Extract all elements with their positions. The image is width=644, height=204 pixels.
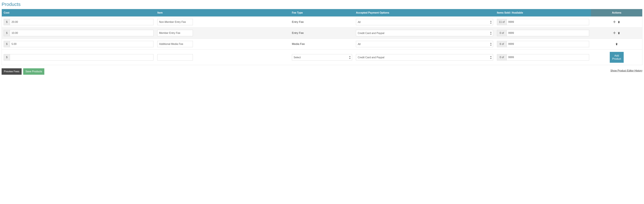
currency-symbol: $ [4, 54, 10, 61]
feetype-text: Media Fee [290, 39, 354, 50]
currency-symbol: $ [4, 19, 10, 25]
trash-icon[interactable] [617, 20, 621, 24]
available-input[interactable] [506, 41, 589, 47]
table-row: $Media FeeAllCredit Card and Paypal▴▾6 o… [2, 39, 642, 50]
cost-input[interactable] [10, 41, 154, 47]
cost-input[interactable] [10, 19, 154, 25]
trash-icon[interactable] [615, 42, 618, 46]
move-icon[interactable] [613, 31, 616, 35]
move-icon[interactable] [613, 20, 616, 24]
save-products-button[interactable]: Save Products [23, 68, 44, 75]
col-item: Item [156, 9, 290, 17]
products-table: Cost Item Fee Type Accepted Payment Opti… [2, 9, 642, 65]
item-input[interactable] [157, 30, 193, 36]
feetype-text: Entry Fee [290, 17, 354, 28]
cost-input[interactable] [10, 30, 154, 36]
payment-select[interactable]: AllCredit Card and Paypal [356, 30, 493, 36]
item-input[interactable] [157, 41, 193, 47]
add-product-button[interactable]: AddProduct [610, 52, 624, 63]
currency-symbol: $ [4, 30, 10, 36]
col-sold: Items Sold / Available [495, 9, 591, 17]
available-input[interactable] [506, 19, 589, 25]
currency-symbol: $ [4, 41, 10, 47]
history-link[interactable]: Show Product Editor History [610, 69, 642, 72]
available-input[interactable] [506, 54, 589, 61]
col-feetype: Fee Type [290, 9, 354, 17]
cost-input[interactable] [10, 54, 154, 61]
payment-select[interactable]: AllCredit Card and Paypal [356, 41, 493, 47]
item-input[interactable] [157, 54, 193, 61]
trash-icon[interactable] [617, 31, 621, 35]
item-input[interactable] [157, 19, 193, 25]
payment-select[interactable]: AllCredit Card and Paypal [356, 54, 493, 61]
sold-count: 0 of [497, 30, 506, 36]
table-row: $Entry FeeAllCredit Card and Paypal▴▾0 o… [2, 28, 642, 39]
page-title: Products [2, 1, 642, 7]
feetype-text: Entry Fee [290, 28, 354, 39]
table-row: $SelectEntry FeeMedia Fee▴▾AllCredit Car… [2, 50, 642, 65]
col-cost: Cost [2, 9, 156, 17]
feetype-select[interactable]: SelectEntry FeeMedia Fee [292, 54, 352, 61]
available-input[interactable] [506, 30, 589, 36]
sold-count: 11 of [497, 19, 506, 25]
col-actions: Actions [591, 9, 642, 17]
footer-row: Preview Fees Save Products Show Product … [2, 68, 642, 75]
sold-count: 0 of [497, 54, 506, 61]
table-row: $Entry FeeAllCredit Card and Paypal▴▾11 … [2, 17, 642, 28]
payment-select[interactable]: AllCredit Card and Paypal [356, 19, 493, 25]
col-payment: Accepted Payment Options [354, 9, 495, 17]
preview-fees-button[interactable]: Preview Fees [2, 68, 22, 75]
sold-count: 6 of [497, 41, 506, 47]
